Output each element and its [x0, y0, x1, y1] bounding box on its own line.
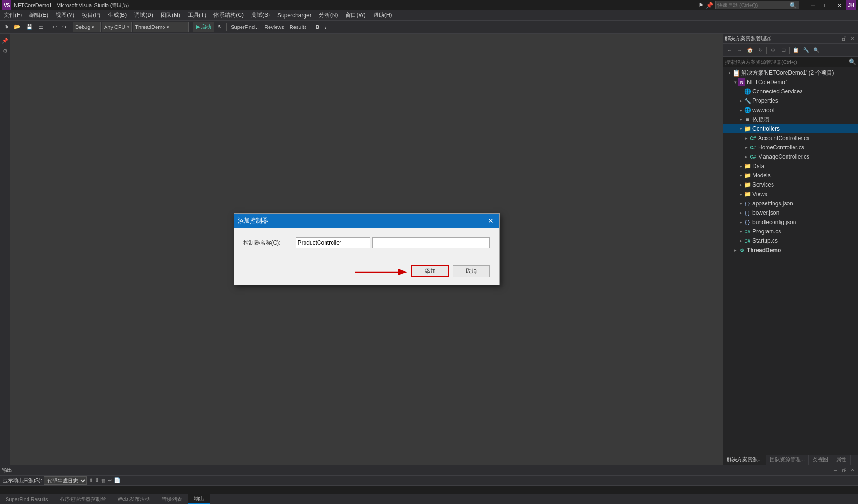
se-close-icon[interactable]: ✕: [849, 35, 856, 42]
expand-cs-icon[interactable]: [738, 89, 744, 94]
filter-icon[interactable]: ⚑: [698, 2, 704, 9]
run-button[interactable]: ▶ 启动: [193, 22, 214, 32]
menu-analyze[interactable]: 分析(N): [315, 10, 342, 20]
tree-program[interactable]: ▸ C# Program.cs: [723, 227, 858, 236]
expand-hc-icon[interactable]: ▸: [744, 145, 749, 150]
platform-dropdown[interactable]: Any CPU: [102, 22, 132, 32]
debug-mode-dropdown[interactable]: Debug: [73, 22, 101, 32]
expand-data-icon[interactable]: ▸: [738, 163, 744, 169]
se-tab-solution[interactable]: 解决方案资源...: [723, 455, 766, 465]
tb-bold[interactable]: B: [313, 22, 321, 32]
se-float-icon[interactable]: 🗗: [840, 35, 848, 42]
output-float-icon[interactable]: 🗗: [840, 467, 848, 474]
se-btn-home[interactable]: 🏠: [745, 46, 755, 55]
tree-views[interactable]: ▸ 📁 Views: [723, 189, 858, 199]
tree-appsettings[interactable]: ▸ { } appsettings.json: [723, 199, 858, 208]
se-tab-properties[interactable]: 属性: [832, 455, 851, 465]
btab-output[interactable]: 输出: [188, 494, 210, 504]
minimize-button[interactable]: ─: [807, 0, 820, 10]
expand-bower-icon[interactable]: ▸: [738, 210, 744, 216]
tree-bundleconfig[interactable]: ▸ { } bundleconfig.json: [723, 217, 858, 227]
menu-edit[interactable]: 编辑(E): [26, 10, 52, 20]
tree-controllers[interactable]: ▾ 📁 Controllers: [723, 124, 858, 133]
sb-tool-icon[interactable]: ⚙: [0, 46, 10, 56]
tb-redo[interactable]: ↪: [60, 22, 69, 32]
se-pin-icon[interactable]: ─: [832, 35, 839, 42]
output-up-btn[interactable]: ⬆: [89, 477, 93, 483]
quick-launch-box[interactable]: 🔍: [715, 1, 799, 9]
se-btn-settings[interactable]: 🔧: [801, 46, 811, 55]
expand-solution-icon[interactable]: ▸: [727, 70, 732, 76]
menu-supercharger[interactable]: Supercharger: [274, 11, 315, 20]
se-btn-filter[interactable]: ⊟: [779, 46, 788, 55]
se-btn-back[interactable]: ←: [725, 46, 734, 55]
expand-views-icon[interactable]: ▸: [738, 191, 744, 197]
se-btn-refresh[interactable]: ↻: [756, 46, 765, 55]
menu-window[interactable]: 窗口(W): [341, 10, 369, 20]
tb-refresh[interactable]: ↻: [215, 22, 224, 32]
tree-threaddemo[interactable]: ▸ ⚙ ThreadDemo: [723, 245, 858, 255]
tree-services[interactable]: ▸ 📁 Services: [723, 180, 858, 189]
expand-services-icon[interactable]: ▸: [738, 182, 744, 188]
tree-bower[interactable]: ▸ { } bower.json: [723, 208, 858, 217]
tb-new[interactable]: ⊕: [2, 22, 11, 32]
tree-wwwroot[interactable]: ▸ 🌐 wwwroot: [723, 105, 858, 115]
output-pin-icon[interactable]: ─: [832, 467, 839, 474]
dialog-close-button[interactable]: ✕: [486, 216, 496, 225]
tree-solution[interactable]: ▸ 📋 解决方案'NETCoreDemo1' (2 个项目): [723, 68, 858, 77]
output-down-btn[interactable]: ⬇: [95, 477, 99, 483]
menu-build[interactable]: 生成(B): [104, 10, 130, 20]
expand-project-icon[interactable]: ▾: [732, 79, 738, 85]
menu-tools[interactable]: 工具(T): [184, 10, 210, 20]
superfind-btn[interactable]: SuperFind...: [228, 22, 261, 32]
add-button[interactable]: 添加: [411, 265, 449, 277]
btab-nuget[interactable]: 程序包管理器控制台: [54, 494, 112, 504]
se-tab-class[interactable]: 类视图: [809, 455, 832, 465]
tb-save[interactable]: 💾: [24, 22, 35, 32]
se-btn-search-icon[interactable]: 🔍: [812, 46, 821, 55]
output-open-btn[interactable]: 📄: [114, 477, 121, 483]
tree-connected-services[interactable]: 🌐 Connected Services: [723, 87, 858, 96]
expand-controllers-icon[interactable]: ▾: [738, 126, 744, 132]
expand-bundleconfig-icon[interactable]: ▸: [738, 219, 744, 225]
tb-open[interactable]: 📂: [12, 22, 23, 32]
menu-help[interactable]: 帮助(H): [369, 10, 396, 20]
tree-home-controller[interactable]: ▸ C# HomeController.cs: [723, 143, 858, 152]
output-source-select[interactable]: 代码生成日志: [44, 476, 87, 485]
menu-debug[interactable]: 调试(D): [130, 10, 157, 20]
output-close-icon[interactable]: ✕: [849, 467, 856, 474]
output-wrap-btn[interactable]: ↵: [108, 477, 112, 483]
se-tab-team[interactable]: 团队资源管理...: [766, 455, 809, 465]
menu-view[interactable]: 视图(V): [52, 10, 78, 20]
expand-startup-icon[interactable]: ▸: [738, 238, 744, 244]
tree-data[interactable]: ▸ 📁 Data: [723, 161, 858, 171]
controller-name-input[interactable]: [296, 237, 370, 248]
target-combo[interactable]: ThreadDemo: [133, 22, 189, 32]
expand-appsettings-icon[interactable]: ▸: [738, 201, 744, 206]
tree-manage-controller[interactable]: ▸ C# ManageController.cs: [723, 152, 858, 161]
btab-errors[interactable]: 错误列表: [156, 494, 188, 504]
tree-project-netcore[interactable]: ▾ N NETCoreDemo1: [723, 77, 858, 87]
tb-save-all[interactable]: 🗃: [36, 22, 46, 32]
expand-models-icon[interactable]: ▸: [738, 173, 744, 178]
cancel-button[interactable]: 取消: [453, 265, 490, 277]
tree-models[interactable]: ▸ 📁 Models: [723, 171, 858, 180]
expand-dep-icon[interactable]: ▸: [738, 117, 744, 122]
menu-file[interactable]: 文件(F): [0, 10, 26, 20]
output-clear-btn[interactable]: 🗑: [101, 478, 106, 483]
se-btn-copy[interactable]: 📋: [791, 46, 801, 55]
tree-account-controller[interactable]: ▸ C# AccountController.cs: [723, 133, 858, 143]
se-search-input[interactable]: [725, 59, 849, 65]
pin-icon[interactable]: 📌: [706, 2, 713, 9]
tb-undo[interactable]: ↩: [50, 22, 59, 32]
expand-threaddemo-icon[interactable]: ▸: [732, 247, 738, 253]
expand-mc-icon[interactable]: ▸: [744, 154, 749, 160]
tree-dependencies[interactable]: ▸ ■ 依赖项: [723, 115, 858, 124]
se-btn-properties[interactable]: ⚙: [768, 46, 778, 55]
menu-team[interactable]: 团队(M): [157, 10, 184, 20]
close-button[interactable]: ✕: [833, 0, 846, 10]
tb-italic[interactable]: I: [322, 22, 328, 32]
btab-superfind[interactable]: SuperFind Results: [0, 494, 54, 504]
menu-test[interactable]: 测试(S): [248, 10, 274, 20]
reviews-btn[interactable]: Reviews: [262, 22, 286, 32]
